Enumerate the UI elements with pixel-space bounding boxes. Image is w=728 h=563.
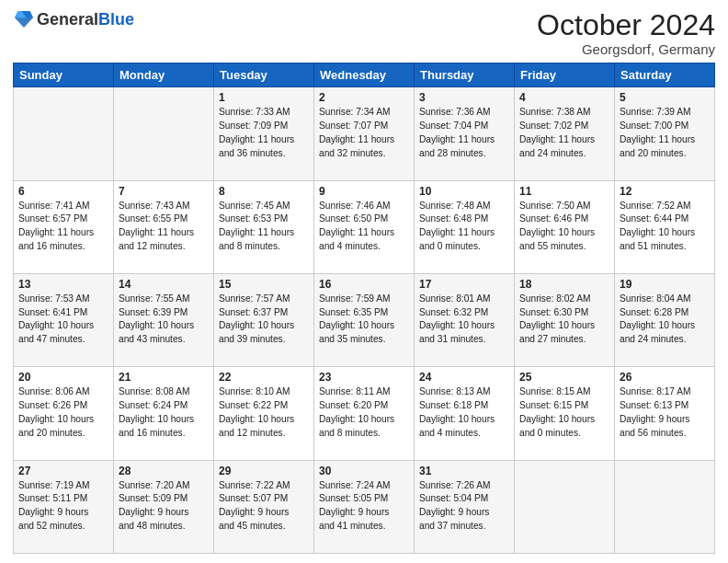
day-detail: Sunrise: 8:10 AMSunset: 6:22 PMDaylight:… [219, 385, 309, 440]
calendar-cell: 26Sunrise: 8:17 AMSunset: 6:13 PMDayligh… [615, 367, 715, 460]
day-number: 15 [219, 278, 309, 291]
calendar-cell: 12Sunrise: 7:52 AMSunset: 6:44 PMDayligh… [615, 180, 715, 273]
weekday-row: SundayMondayTuesdayWednesdayThursdayFrid… [14, 63, 715, 87]
day-number: 7 [119, 185, 209, 198]
day-number: 25 [519, 371, 609, 384]
calendar-cell: 23Sunrise: 8:11 AMSunset: 6:20 PMDayligh… [314, 367, 415, 460]
day-number: 27 [18, 465, 108, 477]
day-number: 5 [620, 91, 710, 104]
calendar-body: 1Sunrise: 7:33 AMSunset: 7:09 PMDaylight… [14, 87, 715, 554]
calendar-cell: 21Sunrise: 8:08 AMSunset: 6:24 PMDayligh… [114, 367, 214, 460]
weekday-header-sunday: Sunday [14, 63, 114, 87]
day-number: 28 [119, 465, 209, 477]
day-detail: Sunrise: 7:33 AMSunset: 7:09 PMDaylight:… [219, 106, 309, 160]
calendar-week-2: 6Sunrise: 7:41 AMSunset: 6:57 PMDaylight… [14, 180, 715, 273]
page: GeneralBlue October 2024 Georgsdorf, Ger… [0, 0, 728, 563]
day-number: 4 [519, 91, 609, 104]
day-number: 23 [319, 371, 409, 384]
day-detail: Sunrise: 7:34 AMSunset: 7:07 PMDaylight:… [319, 106, 409, 160]
calendar-cell: 15Sunrise: 7:57 AMSunset: 6:37 PMDayligh… [214, 273, 314, 366]
calendar-cell [515, 460, 615, 553]
day-detail: Sunrise: 7:43 AMSunset: 6:55 PMDaylight:… [119, 200, 209, 254]
day-number: 8 [219, 185, 309, 198]
calendar-cell: 28Sunrise: 7:20 AMSunset: 5:09 PMDayligh… [114, 460, 214, 553]
day-detail: Sunrise: 8:17 AMSunset: 6:13 PMDaylight:… [620, 385, 710, 440]
day-detail: Sunrise: 7:38 AMSunset: 7:02 PMDaylight:… [519, 106, 609, 160]
day-number: 22 [219, 371, 309, 384]
day-detail: Sunrise: 8:13 AMSunset: 6:18 PMDaylight:… [419, 385, 509, 440]
calendar-cell: 9Sunrise: 7:46 AMSunset: 6:50 PMDaylight… [314, 180, 415, 273]
weekday-header-tuesday: Tuesday [214, 63, 314, 87]
weekday-header-friday: Friday [515, 63, 615, 87]
day-number: 20 [18, 371, 108, 384]
calendar-cell: 4Sunrise: 7:38 AMSunset: 7:02 PMDaylight… [515, 87, 615, 180]
day-detail: Sunrise: 7:19 AMSunset: 5:11 PMDaylight:… [18, 479, 108, 534]
calendar-cell: 11Sunrise: 7:50 AMSunset: 6:46 PMDayligh… [515, 180, 615, 273]
day-detail: Sunrise: 7:57 AMSunset: 6:37 PMDaylight:… [219, 293, 309, 347]
day-detail: Sunrise: 7:22 AMSunset: 5:07 PMDaylight:… [219, 479, 309, 534]
logo-general-text: General [37, 10, 98, 29]
day-number: 18 [519, 278, 609, 291]
calendar-cell: 6Sunrise: 7:41 AMSunset: 6:57 PMDaylight… [14, 180, 114, 273]
day-detail: Sunrise: 7:53 AMSunset: 6:41 PMDaylight:… [18, 293, 108, 347]
day-number: 26 [620, 371, 710, 384]
day-number: 24 [419, 371, 509, 384]
day-detail: Sunrise: 7:20 AMSunset: 5:09 PMDaylight:… [119, 479, 209, 534]
day-number: 2 [319, 91, 409, 104]
calendar-cell [114, 87, 214, 180]
calendar-cell: 2Sunrise: 7:34 AMSunset: 7:07 PMDaylight… [314, 87, 415, 180]
day-detail: Sunrise: 8:15 AMSunset: 6:15 PMDaylight:… [519, 385, 609, 440]
calendar-cell: 8Sunrise: 7:45 AMSunset: 6:53 PMDaylight… [214, 180, 314, 273]
day-detail: Sunrise: 7:59 AMSunset: 6:35 PMDaylight:… [319, 293, 409, 347]
day-detail: Sunrise: 7:36 AMSunset: 7:04 PMDaylight:… [419, 106, 509, 160]
day-number: 11 [519, 185, 609, 198]
calendar-cell: 14Sunrise: 7:55 AMSunset: 6:39 PMDayligh… [114, 273, 214, 366]
location-title: Georgsdorf, Germany [537, 41, 715, 57]
calendar-cell: 24Sunrise: 8:13 AMSunset: 6:18 PMDayligh… [415, 367, 515, 460]
day-detail: Sunrise: 8:06 AMSunset: 6:26 PMDaylight:… [18, 385, 108, 440]
day-detail: Sunrise: 7:46 AMSunset: 6:50 PMDaylight:… [319, 200, 409, 254]
calendar-cell: 10Sunrise: 7:48 AMSunset: 6:48 PMDayligh… [415, 180, 515, 273]
calendar-cell: 1Sunrise: 7:33 AMSunset: 7:09 PMDaylight… [214, 87, 314, 180]
day-detail: Sunrise: 7:24 AMSunset: 5:05 PMDaylight:… [319, 479, 409, 534]
header: GeneralBlue October 2024 Georgsdorf, Ger… [13, 9, 715, 57]
day-detail: Sunrise: 7:26 AMSunset: 5:04 PMDaylight:… [419, 479, 509, 534]
calendar-cell [615, 460, 715, 553]
calendar-cell: 19Sunrise: 8:04 AMSunset: 6:28 PMDayligh… [615, 273, 715, 366]
calendar-week-4: 20Sunrise: 8:06 AMSunset: 6:26 PMDayligh… [14, 367, 715, 460]
day-number: 1 [219, 91, 309, 104]
calendar-cell: 13Sunrise: 7:53 AMSunset: 6:41 PMDayligh… [14, 273, 114, 366]
calendar-week-5: 27Sunrise: 7:19 AMSunset: 5:11 PMDayligh… [14, 460, 715, 553]
day-number: 21 [119, 371, 209, 384]
day-detail: Sunrise: 7:45 AMSunset: 6:53 PMDaylight:… [219, 200, 309, 254]
weekday-header-saturday: Saturday [615, 63, 715, 87]
calendar-cell [14, 87, 114, 180]
calendar-table: SundayMondayTuesdayWednesdayThursdayFrid… [13, 63, 715, 554]
calendar-cell: 29Sunrise: 7:22 AMSunset: 5:07 PMDayligh… [214, 460, 314, 553]
day-number: 16 [319, 278, 409, 291]
day-detail: Sunrise: 8:04 AMSunset: 6:28 PMDaylight:… [620, 293, 710, 347]
day-detail: Sunrise: 7:41 AMSunset: 6:57 PMDaylight:… [18, 200, 108, 254]
day-number: 14 [119, 278, 209, 291]
day-number: 12 [620, 185, 710, 198]
day-number: 19 [620, 278, 710, 291]
calendar-cell: 7Sunrise: 7:43 AMSunset: 6:55 PMDaylight… [114, 180, 214, 273]
calendar-cell: 25Sunrise: 8:15 AMSunset: 6:15 PMDayligh… [515, 367, 615, 460]
day-detail: Sunrise: 8:08 AMSunset: 6:24 PMDaylight:… [119, 385, 209, 440]
weekday-header-monday: Monday [114, 63, 214, 87]
logo-icon [15, 9, 33, 29]
day-detail: Sunrise: 8:11 AMSunset: 6:20 PMDaylight:… [319, 385, 409, 440]
calendar-cell: 30Sunrise: 7:24 AMSunset: 5:05 PMDayligh… [314, 460, 415, 553]
day-number: 3 [419, 91, 509, 104]
day-number: 9 [319, 185, 409, 198]
calendar-cell: 22Sunrise: 8:10 AMSunset: 6:22 PMDayligh… [214, 367, 314, 460]
day-detail: Sunrise: 7:48 AMSunset: 6:48 PMDaylight:… [419, 200, 509, 254]
logo-blue-text: Blue [98, 10, 134, 29]
calendar-cell: 18Sunrise: 8:02 AMSunset: 6:30 PMDayligh… [515, 273, 615, 366]
day-number: 31 [419, 465, 509, 477]
calendar-cell: 31Sunrise: 7:26 AMSunset: 5:04 PMDayligh… [415, 460, 515, 553]
weekday-header-wednesday: Wednesday [314, 63, 415, 87]
day-number: 17 [419, 278, 509, 291]
day-detail: Sunrise: 7:50 AMSunset: 6:46 PMDaylight:… [519, 200, 609, 254]
day-number: 13 [18, 278, 108, 291]
